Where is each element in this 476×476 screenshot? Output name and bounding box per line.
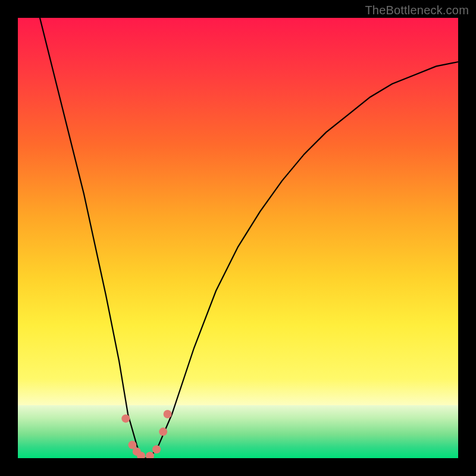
bottleneck-curve bbox=[40, 18, 458, 458]
curve-layer bbox=[18, 18, 458, 458]
marker-dot bbox=[159, 428, 167, 436]
curve-markers bbox=[121, 410, 171, 458]
marker-dot bbox=[152, 445, 161, 453]
marker-dot bbox=[121, 414, 130, 422]
attribution-text: TheBottleneck.com bbox=[365, 4, 469, 17]
marker-dot bbox=[164, 410, 172, 418]
plot-frame bbox=[18, 18, 458, 458]
